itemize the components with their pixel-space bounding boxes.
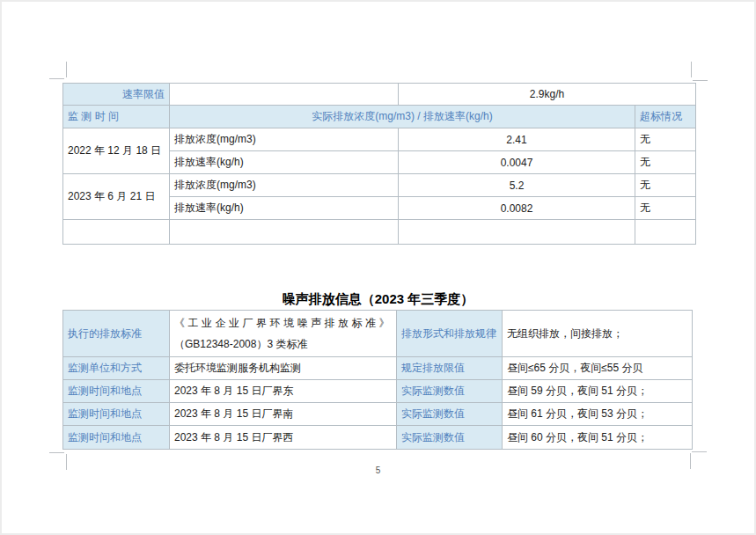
rate-limit-value-cell: 2.9kg/h: [399, 84, 696, 106]
crop-mark-top-right-horizontal: [693, 80, 708, 81]
standard-name-line: 《工业企业厂界环境噪声排放标准》: [174, 312, 392, 333]
exceed-status-cell: 无: [635, 197, 696, 220]
actual-value-label-cell: 实际监测数值: [397, 426, 503, 450]
monitor-time-value-cell: 2023 年 8 月 15 日厂界南: [170, 403, 397, 426]
crop-mark-bottom-right-horizontal: [692, 451, 707, 452]
monitor-time-value-cell: 2023 年 8 月 15 日厂界东: [170, 380, 397, 403]
table-row: 2022 年 12 月 18 日 排放浓度(mg/m3) 2.41 无: [63, 128, 696, 151]
header-exceed-cell: 超标情况: [635, 106, 696, 128]
table-row: 监测时间和地点 2023 年 8 月 15 日厂界东 实际监测数值 昼间 59 …: [63, 380, 693, 403]
standard-code-line: （GB12348-2008）3 类标准: [174, 333, 392, 355]
exceed-status-cell: 无: [635, 174, 696, 197]
emission-form-value-cell: 无组织排放，间接排放；: [503, 311, 693, 357]
page-number: 5: [0, 465, 756, 475]
header-concentration-rate-cell: 实际排放浓度(mg/m3) / 排放速率(kg/h): [170, 106, 635, 128]
document-page: 速率限值 2.9kg/h 监 测 时 间 实际排放浓度(mg/m3) / 排放速…: [0, 0, 756, 535]
emission-monitoring-table: 速率限值 2.9kg/h 监 测 时 间 实际排放浓度(mg/m3) / 排放速…: [62, 83, 696, 245]
standard-value-cell: 《工业企业厂界环境噪声排放标准》 （GB12348-2008）3 类标准: [170, 311, 397, 357]
metric-value-cell: 0.0082: [399, 197, 635, 220]
empty-cell: [170, 220, 399, 245]
table-row: 监测时间和地点 2023 年 8 月 15 日厂界南 实际监测数值 昼间 61 …: [63, 403, 693, 426]
actual-value-cell: 昼间 59 分贝，夜间 51 分贝；: [503, 380, 693, 403]
table-empty-row: [63, 220, 696, 245]
table-row: 监测单位和方式 委托环境监测服务机构监测 规定排放限值 昼间≤65 分贝，夜间≤…: [63, 357, 693, 380]
table-row: 执行的排放标准 《工业企业厂界环境噪声排放标准》 （GB12348-2008）3…: [63, 311, 693, 357]
table-row: 2023 年 6 月 21 日 排放浓度(mg/m3) 5.2 无: [63, 174, 696, 197]
crop-mark-bottom-left-horizontal: [49, 452, 64, 453]
limit-label-cell: 规定排放限值: [397, 357, 503, 380]
table-row: 速率限值 2.9kg/h: [63, 84, 696, 106]
monitor-date-cell: 2023 年 6 月 21 日: [63, 174, 170, 220]
standard-label-cell: 执行的排放标准: [63, 311, 170, 357]
monitor-time-label-cell: 监测时间和地点: [63, 426, 170, 450]
table-header-row: 监 测 时 间 实际排放浓度(mg/m3) / 排放速率(kg/h) 超标情况: [63, 106, 696, 128]
empty-cell: [399, 220, 635, 245]
header-monitor-time-cell: 监 测 时 间: [63, 106, 170, 128]
metric-value-cell: 5.2: [399, 174, 635, 197]
exceed-status-cell: 无: [635, 128, 696, 151]
actual-value-cell: 昼间 61 分贝，夜间 53 分贝；: [503, 403, 693, 426]
crop-mark-top-left-horizontal: [49, 78, 64, 79]
noise-emission-table: 执行的排放标准 《工业企业厂界环境噪声排放标准》 （GB12348-2008）3…: [62, 310, 693, 450]
exceed-status-cell: 无: [635, 151, 696, 174]
empty-cell: [170, 84, 399, 106]
rate-limit-label-cell: 速率限值: [63, 84, 170, 106]
monitor-time-label-cell: 监测时间和地点: [63, 403, 170, 426]
metric-label-cell: 排放浓度(mg/m3): [170, 128, 399, 151]
monitor-date-cell: 2022 年 12 月 18 日: [63, 128, 170, 174]
actual-value-label-cell: 实际监测数值: [397, 380, 503, 403]
empty-cell: [635, 220, 696, 245]
crop-mark-top-left-vertical: [66, 62, 67, 77]
metric-label-cell: 排放速率(kg/h): [170, 197, 399, 220]
metric-label-cell: 排放速率(kg/h): [170, 151, 399, 174]
metric-label-cell: 排放浓度(mg/m3): [170, 174, 399, 197]
crop-mark-top-right-vertical: [691, 62, 692, 77]
limit-value-cell: 昼间≤65 分贝，夜间≤55 分贝: [503, 357, 693, 380]
actual-value-cell: 昼间 60 分贝，夜间 51 分贝；: [503, 426, 693, 450]
emission-form-label-cell: 排放形式和排放规律: [397, 311, 503, 357]
noise-section-title: 噪声排放信息（2023 年三季度）: [0, 291, 756, 308]
monitor-unit-value-cell: 委托环境监测服务机构监测: [170, 357, 397, 380]
monitor-time-value-cell: 2023 年 8 月 15 日厂界西: [170, 426, 397, 450]
metric-value-cell: 2.41: [399, 128, 635, 151]
table-row: 监测时间和地点 2023 年 8 月 15 日厂界西 实际监测数值 昼间 60 …: [63, 426, 693, 450]
metric-value-cell: 0.0047: [399, 151, 635, 174]
monitor-time-label-cell: 监测时间和地点: [63, 380, 170, 403]
actual-value-label-cell: 实际监测数值: [397, 403, 503, 426]
empty-cell: [63, 220, 170, 245]
monitor-unit-label-cell: 监测单位和方式: [63, 357, 170, 380]
